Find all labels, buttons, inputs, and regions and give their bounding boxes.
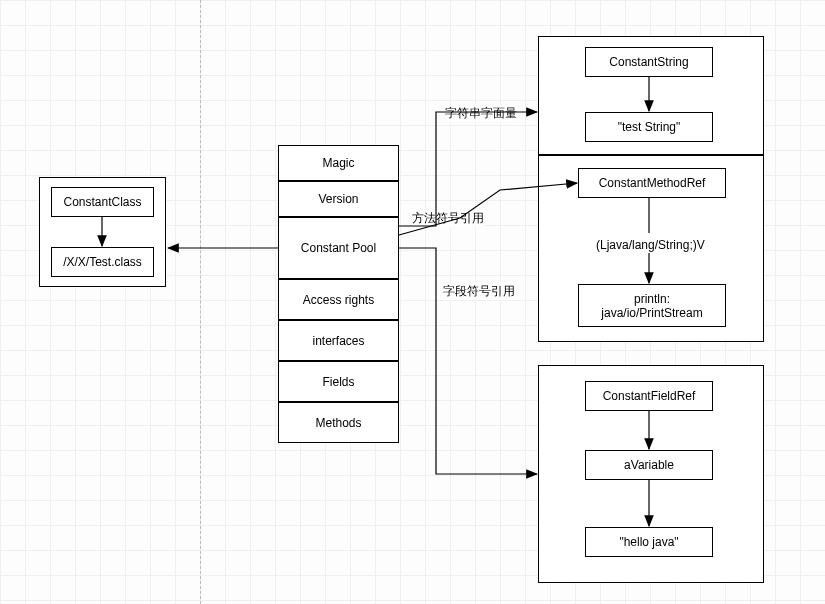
center-access-rights: Access rights [278, 279, 399, 320]
center-label-2: Constant Pool [301, 241, 376, 255]
constant-string-box: ConstantString [585, 47, 713, 77]
center-methods: Methods [278, 402, 399, 443]
constant-methodref-box: ConstantMethodRef [578, 168, 726, 198]
hello-java-label: "hello java" [619, 535, 678, 549]
constant-class-label: ConstantClass [63, 195, 141, 209]
test-class-label: /X/X/Test.class [63, 255, 142, 269]
center-constant-pool: Constant Pool [278, 217, 399, 279]
constant-string-label: ConstantString [609, 55, 688, 69]
center-version: Version [278, 181, 399, 217]
test-string-box: "test String" [585, 112, 713, 142]
center-label-6: Methods [315, 416, 361, 430]
diagram-canvas: ConstantClass /X/X/Test.class Magic Vers… [0, 0, 825, 604]
edge-label-method-ref: 方法符号引用 [412, 210, 484, 227]
avariable-label: aVariable [624, 458, 674, 472]
test-class-box: /X/X/Test.class [51, 247, 154, 277]
center-magic: Magic [278, 145, 399, 181]
constant-fieldref-box: ConstantFieldRef [585, 381, 713, 411]
edge-label-string-literal: 字符串字面量 [445, 105, 517, 122]
center-label-0: Magic [322, 156, 354, 170]
center-label-4: interfaces [312, 334, 364, 348]
method-sig-label: (Ljava/lang/String;)V [596, 238, 705, 252]
constant-fieldref-label: ConstantFieldRef [603, 389, 696, 403]
center-interfaces: interfaces [278, 320, 399, 361]
center-label-1: Version [318, 192, 358, 206]
println-label: println: java/io/PrintStream [601, 292, 702, 320]
center-label-5: Fields [322, 375, 354, 389]
constant-methodref-label: ConstantMethodRef [599, 176, 706, 190]
println-box: println: java/io/PrintStream [578, 284, 726, 327]
center-fields: Fields [278, 361, 399, 402]
center-label-3: Access rights [303, 293, 374, 307]
hello-java-box: "hello java" [585, 527, 713, 557]
constant-class-box: ConstantClass [51, 187, 154, 217]
edge-label-field-ref: 字段符号引用 [443, 283, 515, 300]
avariable-box: aVariable [585, 450, 713, 480]
test-string-label: "test String" [618, 120, 681, 134]
